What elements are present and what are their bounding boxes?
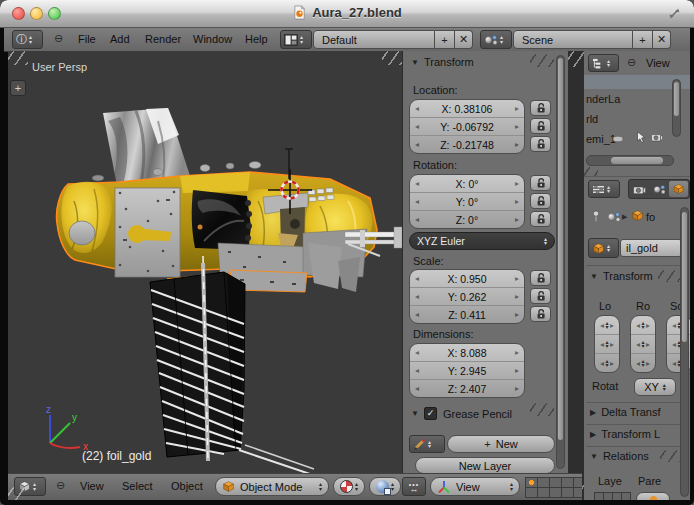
parent-field[interactable] [636,492,670,500]
pin-icon[interactable] [590,210,602,222]
screen-layout-icon-button[interactable] [280,30,312,49]
grease-pencil-draw-button[interactable] [409,435,445,453]
dimensions-y-field[interactable]: Y: 2.945 [410,361,524,379]
grease-new-layer-button[interactable]: New Layer [415,457,555,473]
outliner-v-scrollbar[interactable] [672,79,681,137]
grease-new-button[interactable]: + New [447,435,555,453]
region-corner-handle[interactable] [530,54,554,67]
object-mode-cube-icon [222,480,235,493]
lock-scale-y-button[interactable] [530,288,551,304]
lock-scale-z-button[interactable] [530,306,551,322]
lock-rotation-x-button[interactable] [530,175,551,191]
region-corner-handle[interactable] [382,51,402,65]
viewport-view-label: User Persp [32,61,87,73]
region-corner-handle[interactable] [568,51,584,67]
scale-x-field[interactable]: X: 0.950 [410,270,524,287]
location-z-field[interactable]: Z: -0.21748 [410,135,524,153]
blend-file-icon [292,5,307,20]
menu-help[interactable]: Help [245,33,268,45]
loc-field[interactable] [595,353,619,372]
lock-rotation-z-button[interactable] [530,211,551,227]
loc-field[interactable] [595,316,619,334]
mode-dropdown[interactable]: Object Mode [215,477,329,496]
region-corner-handle[interactable] [660,450,682,462]
tab-scene[interactable] [650,181,669,197]
menu-view[interactable]: View [80,480,104,492]
dimensions-z-field[interactable]: Z: 2.407 [410,379,524,397]
menu-object[interactable]: Object [171,480,203,492]
scale-y-field[interactable]: Y: 0.262 [410,287,524,305]
rotation-y-field[interactable]: Y: 0° [410,192,524,210]
scale-z-field[interactable]: Z: 0.411 [410,305,524,323]
restrict-render-icon[interactable] [651,132,663,142]
rot-field[interactable] [631,316,655,334]
object-layers-grid[interactable] [594,492,631,500]
region-corner-handle[interactable] [8,487,26,500]
object-name-field[interactable]: il_gold [620,239,682,257]
rotation-z-field[interactable]: Z: 0° [410,210,524,228]
viewport-layers-grid[interactable] [525,477,582,498]
editor-type-button-properties[interactable] [588,180,620,198]
add-layout-button[interactable]: + [435,30,455,49]
outliner-h-scrollbar[interactable] [586,155,674,166]
proportional-edit-button[interactable]: •••↔ [402,477,426,496]
properties-scrollbar[interactable] [680,207,689,497]
rotation-stack: X: 0° Y: 0° Z: 0° [409,174,525,229]
viewport-shading-dropdown[interactable] [333,477,365,496]
panel-header-grease-pencil[interactable]: Grease Pencil [411,407,512,420]
delete-scene-button[interactable]: ✕ [653,30,671,49]
dimensions-x-field[interactable]: X: 8.088 [410,344,524,361]
outliner-menu-view[interactable]: View [646,57,670,69]
scene-field[interactable]: Scene [513,30,633,49]
editor-type-button-info[interactable]: ⓘ [12,30,43,49]
lock-scale-x-button[interactable] [530,270,551,286]
collapse-menus-icon[interactable]: ⊖ [54,32,63,45]
lock-location-x-button[interactable] [530,100,551,116]
rotation-mode-dropdown[interactable]: XYZ Euler [409,232,555,250]
add-scene-button[interactable]: + [633,30,653,49]
tab-render[interactable] [630,181,649,197]
panel-header-transform[interactable]: Transform [411,56,474,68]
tab-object[interactable] [669,181,688,197]
loc-field[interactable] [595,334,619,353]
npanel-scrollbar[interactable] [556,55,565,469]
menu-add[interactable]: Add [110,33,130,45]
toolshelf-open-tab[interactable]: + [10,80,26,96]
titlebar[interactable]: Aura_27.blend [0,0,694,28]
outliner-item[interactable]: rld [586,113,598,125]
delete-layout-button[interactable]: ✕ [455,30,473,49]
menu-render[interactable]: Render [145,33,181,45]
menu-file[interactable]: File [78,33,96,45]
grease-pencil-checkbox[interactable] [424,407,437,420]
panel-header-relations[interactable]: Relations [590,450,649,462]
rotation-x-field[interactable]: X: 0° [410,175,524,192]
object-id-icon-button[interactable] [588,238,619,258]
screen-layout-field[interactable]: Default [313,30,435,49]
location-x-field[interactable]: X: 0.38106 [410,100,524,117]
collapse-menus-icon[interactable]: ⊖ [56,479,65,492]
rotation-mode-mini-dropdown[interactable]: XY [634,378,676,396]
restrict-select-icon[interactable] [636,131,646,143]
editor-type-button-outliner[interactable] [588,54,619,72]
lock-location-y-button[interactable] [530,118,551,134]
menu-window[interactable]: Window [193,33,232,45]
panel-header-object-transform[interactable]: Transform [590,270,653,282]
rot-field[interactable] [631,353,655,372]
pivot-point-dropdown[interactable] [369,477,401,496]
collapse-menus-icon[interactable]: ⊖ [627,56,636,69]
lock-location-z-button[interactable] [530,136,551,152]
panel-header-transform-locks[interactable]: Transform L [590,428,660,440]
scene-icon-button[interactable] [480,30,512,49]
3d-viewport[interactable]: User Persp + z y x (22) foil_gold [8,51,402,473]
rot-field[interactable] [631,334,655,353]
lock-rotation-y-button[interactable] [530,193,551,209]
transform-orientation-dropdown[interactable]: View [430,477,520,496]
outliner-item[interactable]: nderLa [586,93,620,105]
region-corner-handle[interactable] [8,51,28,65]
location-y-field[interactable]: Y: -0.06792 [410,117,524,135]
panel-header-delta-transform[interactable]: Delta Transf [590,406,660,418]
region-corner-handle[interactable] [530,403,554,416]
region-corner-handle[interactable] [658,270,680,282]
resize-icon[interactable] [668,7,681,20]
menu-select[interactable]: Select [122,480,153,492]
